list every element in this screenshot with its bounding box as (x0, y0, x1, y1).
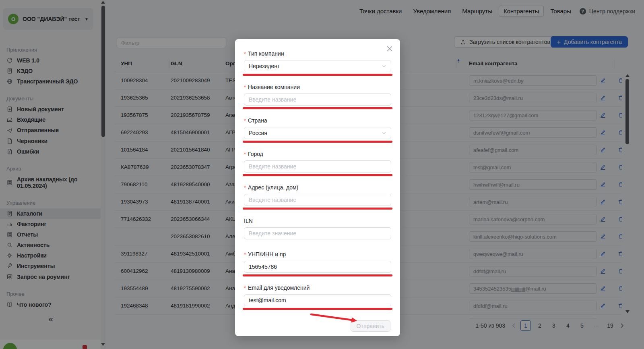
form-field: *УНП/ИНН и пр (244, 250, 391, 284)
required-asterisk: * (244, 185, 246, 191)
field-label: *Название компании (244, 83, 391, 91)
field-label: *Email для уведомлений (244, 284, 391, 292)
form-field: *Город (244, 150, 391, 183)
form-field: ILN (244, 217, 391, 250)
annotation-underline (243, 308, 392, 310)
annotation-underline (243, 141, 392, 143)
required-asterisk: * (244, 118, 246, 124)
notification-email-input[interactable] (244, 294, 391, 306)
modal-fields: *Тип компанииНерезидент*Название компани… (235, 50, 400, 317)
form-field: *Email для уведомлений (244, 284, 391, 317)
form-field: *Адрес (улица, дом) (244, 183, 391, 217)
form-field: *Тип компанииНерезидент (244, 50, 391, 83)
field-label: *Тип компании (244, 50, 391, 58)
field-label: *Страна (244, 116, 391, 125)
submit-button[interactable]: Отправить (351, 320, 390, 332)
city-input[interactable] (244, 160, 391, 172)
chevron-down-icon (382, 64, 386, 69)
add-contractor-modal: *Тип компанииНерезидент*Название компани… (235, 39, 400, 336)
required-asterisk: * (244, 151, 246, 157)
country-select[interactable]: Россия (244, 127, 391, 139)
field-label: *Город (244, 150, 391, 158)
address-input[interactable] (244, 194, 391, 206)
required-asterisk: * (244, 84, 246, 90)
field-label: *Адрес (улица, дом) (244, 183, 391, 191)
annotation-underline (243, 274, 392, 276)
annotation-underline (243, 107, 392, 109)
annotation-underline (243, 74, 392, 76)
annotation-underline (243, 208, 392, 210)
unp-inn-input[interactable] (244, 261, 391, 273)
form-field: *СтранаРоссия (244, 116, 391, 150)
modal-footer: Отправить (235, 317, 400, 332)
field-label: ILN (244, 217, 391, 225)
company-name-input[interactable] (244, 93, 391, 106)
required-asterisk: * (244, 251, 246, 258)
required-asterisk: * (244, 51, 246, 57)
annotation-underline (243, 174, 392, 176)
required-asterisk: * (244, 285, 246, 291)
chevron-down-icon (382, 131, 386, 135)
company-type-select[interactable]: Нерезидент (244, 60, 391, 72)
iln-input[interactable] (244, 227, 391, 239)
form-field: *Название компании (244, 83, 391, 116)
field-label: *УНП/ИНН и пр (244, 250, 391, 258)
